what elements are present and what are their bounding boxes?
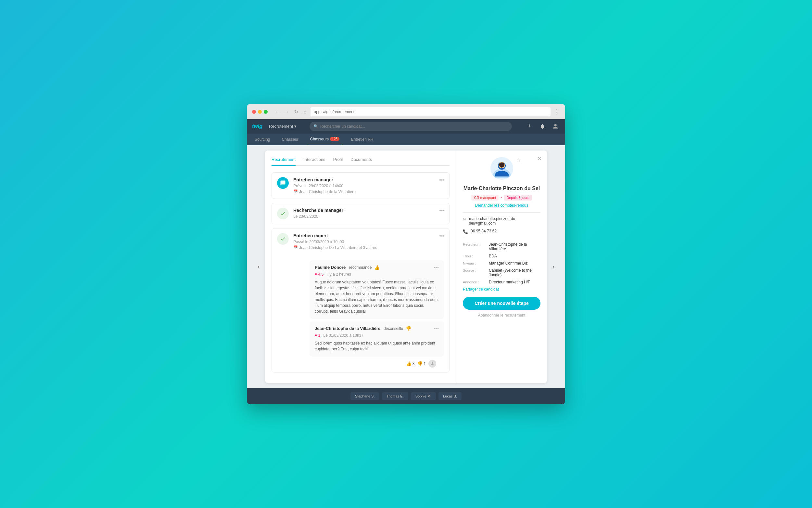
step-1-content: Entretien manager Prévu le 29/03/2020 à … (293, 177, 444, 194)
abandon-link[interactable]: Abandonner le recrutement (463, 313, 540, 318)
bottom-card-1[interactable]: Stéphane S. (350, 392, 379, 400)
value-tribu: BDA (489, 254, 497, 258)
dot-green[interactable] (264, 110, 268, 114)
field-niveau: Niveau : Manager Confirmé Biz (463, 261, 540, 265)
review-card-1: Pauline Donore recommande 👍 ••• ♥ 4,5 Il… (309, 260, 444, 319)
home-button[interactable]: ⌂ (302, 109, 307, 115)
right-panel: ✕ ☆ Marie-Charlotte Pinczo (456, 151, 547, 383)
phone-icon: 📞 (463, 229, 468, 234)
sub-nav-chasseur[interactable]: Chasseur (279, 134, 301, 145)
forward-button[interactable]: → (283, 109, 290, 115)
badge-cr: CR manquant (471, 195, 498, 201)
candidate-email: marie-charlotte.pinczon-du-sel@gmail.com (469, 216, 540, 225)
step-1-options[interactable]: ••• (439, 177, 445, 183)
reviewer-row-2: Jean-Christophe de la Villardière décons… (315, 326, 439, 331)
bell-icon[interactable] (538, 122, 547, 131)
browser-dots (252, 110, 268, 114)
divider-1 (463, 212, 540, 213)
svg-point-0 (554, 124, 556, 126)
cta-button[interactable]: Créer une nouvelle étape (463, 297, 540, 310)
tab-interactions[interactable]: Interactions (303, 157, 325, 166)
reload-button[interactable]: ↻ (293, 109, 299, 115)
step-3-content: Entretien expert Passé le 20/03/2020 à 1… (293, 233, 444, 250)
value-source: Cabinet (Welcome to the Jungle) (489, 268, 540, 277)
step-card-2: Recherche de manager Le 23/03/2020 ••• (272, 203, 449, 224)
content-panel: Recrutement Interactions Profil Document… (265, 151, 547, 383)
step-icon-check-2 (277, 208, 289, 219)
reviewer-1-emoji: 👍 (374, 265, 380, 270)
review-1-options[interactable]: ••• (434, 265, 439, 270)
tab-profil[interactable]: Profil (333, 157, 343, 166)
sub-nav-sourcing[interactable]: Sourcing (252, 134, 273, 145)
vote-down: 👎 1 (417, 361, 426, 366)
vote-up: 👍 3 (406, 361, 415, 366)
value-recruteur: Jean-Christophe de la Villardière (489, 242, 540, 251)
browser-window: ← → ↻ ⌂ app.twig.io/recrutement ⋮ twig R… (247, 104, 565, 404)
sub-nav-chasseurs[interactable]: Chasseurs 123 (307, 134, 342, 145)
field-tribu: Tribu : BDA (463, 254, 540, 258)
candidate-avatar (490, 157, 513, 180)
star-icon[interactable]: ☆ (516, 157, 521, 163)
value-niveau: Manager Confirmé Biz (489, 261, 527, 265)
sub-navbar: Sourcing Chasseur Chasseurs 123 Entretie… (247, 134, 565, 145)
address-text: app.twig.io/recrutement (314, 110, 354, 114)
step-2-content: Recherche de manager Le 23/03/2020 (293, 208, 444, 219)
back-button[interactable]: ← (274, 109, 281, 115)
divider-2 (463, 238, 540, 238)
step-3-meta: 📅 Jean-Christophe De La Villardière et 3… (293, 245, 444, 250)
bottom-card-3[interactable]: Sophie M. (411, 392, 436, 400)
field-annonce: Annonce : Directeur marketing H/F (463, 280, 540, 284)
share-link[interactable]: Partager ce candidat (463, 287, 540, 292)
svg-point-1 (432, 362, 433, 364)
label-source: Source : (463, 268, 489, 272)
browser-chrome: ← → ↻ ⌂ app.twig.io/recrutement ⋮ (247, 104, 565, 119)
link-cr[interactable]: Demander les comptes-rendus (463, 203, 540, 208)
tab-recrutement[interactable]: Recrutement (272, 157, 296, 166)
sub-nav-entretien[interactable]: Entretien RH (348, 134, 376, 145)
next-arrow[interactable]: › (547, 151, 560, 383)
field-recruteur: Recruteur : Jean-Christophe de la Villar… (463, 242, 540, 251)
email-icon: ✉ (463, 217, 466, 222)
bottom-card-2[interactable]: Thomas E. (382, 392, 408, 400)
dot-red[interactable] (252, 110, 256, 114)
nav-recrutement[interactable]: Recrutement ▾ (269, 124, 296, 129)
bottom-cards-row: Stéphane S. Thomas E. Sophie M. Lucas B. (350, 392, 462, 400)
step-2-title: Recherche de manager (293, 208, 444, 213)
reviewer-2-name: Jean-Christophe de la Villardière (315, 326, 380, 331)
step-icon-chat (277, 177, 289, 189)
dot-yellow[interactable] (258, 110, 262, 114)
add-icon[interactable]: + (525, 122, 534, 131)
review-2-text: Sed lorem quos habitasse ex hac aliquam … (315, 340, 439, 352)
reviewer-2-action: déconseille (384, 326, 403, 331)
step-3-options[interactable]: ••• (439, 233, 445, 239)
info-email-row: ✉ marie-charlotte.pinczon-du-sel@gmail.c… (463, 216, 540, 225)
address-bar[interactable]: app.twig.io/recrutement (311, 107, 551, 116)
reviewer-row-1: Pauline Donore recommande 👍 ••• (315, 265, 439, 270)
info-phone-row: 📞 06 95 84 73 62 (463, 229, 540, 234)
search-placeholder: Rechercher un candidat... (320, 124, 365, 129)
tab-documents[interactable]: Documents (350, 157, 372, 166)
app-search-bar[interactable]: 🔍 Rechercher un candidat... (309, 122, 512, 131)
step-2-date: Le 23/03/2020 (293, 214, 444, 219)
field-source: Source : Cabinet (Welcome to the Jungle) (463, 268, 540, 277)
prev-arrow[interactable]: ‹ (252, 151, 265, 383)
bottom-card-4[interactable]: Lucas B. (438, 392, 462, 400)
votes-row: 👍 3 👎 1 (406, 360, 436, 368)
step-icon-check-3 (277, 233, 289, 245)
bottom-nav: Stéphane S. Thomas E. Sophie M. Lucas B. (247, 388, 565, 404)
review-1-text: Augue dolorum voluptatem voluptates! Fus… (315, 279, 439, 314)
user-avatar[interactable] (551, 122, 560, 131)
badge-days: Depuis 3 jours (504, 195, 532, 201)
step-2-options[interactable]: ••• (439, 208, 445, 214)
sub-nav-badge: 123 (330, 137, 339, 141)
review-2-options[interactable]: ••• (434, 326, 439, 331)
reviewer-2-emoji: 👎 (406, 326, 411, 331)
label-annonce: Annonce : (463, 280, 489, 284)
review-2-rating: ♥ 1 Le 31/03/2020 à 18h37 (315, 333, 439, 338)
step-1-date: Prévu le 29/03/2020 à 14h00 (293, 184, 444, 188)
step-card-3: Entretien expert Passé le 20/03/2020 à 1… (272, 228, 449, 373)
reviewer-1-name: Pauline Donore (315, 265, 346, 270)
browser-menu-dots[interactable]: ⋮ (554, 108, 560, 115)
step-3-title: Entretien expert (293, 233, 444, 238)
main-content: ‹ Recrutement Interactions Profil Docume… (247, 145, 565, 388)
